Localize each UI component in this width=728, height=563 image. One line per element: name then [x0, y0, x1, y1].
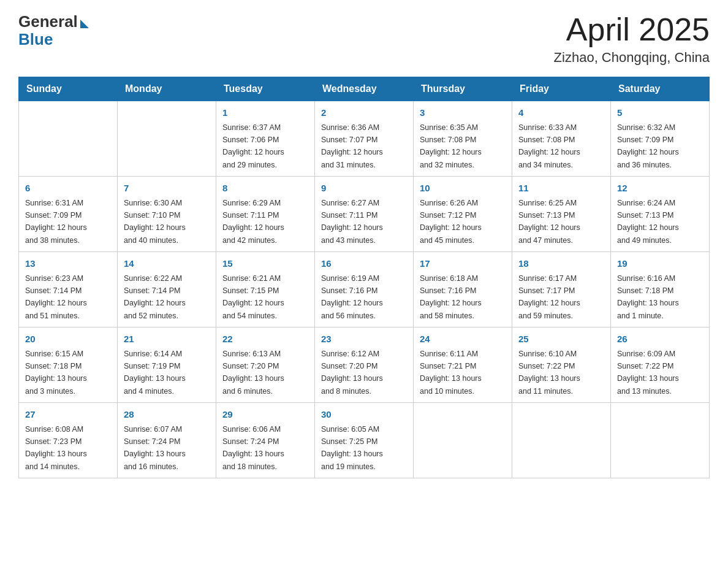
calendar-week-3: 13Sunrise: 6:23 AM Sunset: 7:14 PM Dayli…: [19, 252, 710, 327]
day-info: Sunrise: 6:32 AM Sunset: 7:09 PM Dayligh…: [617, 123, 679, 169]
day-info: Sunrise: 6:37 AM Sunset: 7:06 PM Dayligh…: [222, 123, 284, 169]
page-header: General Blue April 2025 Zizhao, Chongqin…: [18, 12, 710, 66]
column-header-thursday: Thursday: [414, 77, 512, 101]
calendar-cell: 1Sunrise: 6:37 AM Sunset: 7:06 PM Daylig…: [216, 101, 315, 177]
day-number: 15: [222, 257, 308, 271]
calendar-cell: 9Sunrise: 6:27 AM Sunset: 7:11 PM Daylig…: [315, 177, 414, 252]
day-info: Sunrise: 6:06 AM Sunset: 7:24 PM Dayligh…: [222, 425, 284, 471]
day-info: Sunrise: 6:27 AM Sunset: 7:11 PM Dayligh…: [321, 199, 383, 245]
calendar-week-1: 1Sunrise: 6:37 AM Sunset: 7:06 PM Daylig…: [19, 101, 710, 177]
day-info: Sunrise: 6:21 AM Sunset: 7:15 PM Dayligh…: [222, 274, 284, 320]
day-number: 28: [124, 408, 210, 422]
logo: General Blue: [18, 12, 89, 49]
logo-blue-text: Blue: [18, 30, 53, 49]
day-info: Sunrise: 6:05 AM Sunset: 7:25 PM Dayligh…: [321, 425, 383, 471]
calendar-cell: 18Sunrise: 6:17 AM Sunset: 7:17 PM Dayli…: [512, 252, 611, 327]
calendar-cell: 8Sunrise: 6:29 AM Sunset: 7:11 PM Daylig…: [216, 177, 315, 252]
calendar-cell: 28Sunrise: 6:07 AM Sunset: 7:24 PM Dayli…: [118, 403, 216, 478]
column-header-friday: Friday: [512, 77, 611, 101]
logo-arrow-icon: [80, 20, 89, 28]
day-number: 23: [321, 332, 407, 347]
day-info: Sunrise: 6:19 AM Sunset: 7:16 PM Dayligh…: [321, 274, 383, 320]
day-info: Sunrise: 6:10 AM Sunset: 7:22 PM Dayligh…: [518, 350, 580, 396]
day-number: 27: [25, 408, 111, 422]
day-info: Sunrise: 6:11 AM Sunset: 7:21 PM Dayligh…: [420, 350, 482, 396]
day-info: Sunrise: 6:12 AM Sunset: 7:20 PM Dayligh…: [321, 350, 383, 396]
day-info: Sunrise: 6:30 AM Sunset: 7:10 PM Dayligh…: [124, 199, 186, 245]
day-info: Sunrise: 6:16 AM Sunset: 7:18 PM Dayligh…: [617, 274, 679, 320]
calendar-cell: 12Sunrise: 6:24 AM Sunset: 7:13 PM Dayli…: [611, 177, 710, 252]
day-number: 25: [518, 332, 604, 347]
column-header-monday: Monday: [118, 77, 216, 101]
day-number: 6: [25, 182, 111, 196]
day-number: 17: [420, 257, 506, 271]
calendar-cell: [118, 101, 216, 177]
calendar-cell: 5Sunrise: 6:32 AM Sunset: 7:09 PM Daylig…: [611, 101, 710, 177]
calendar-cell: 3Sunrise: 6:35 AM Sunset: 7:08 PM Daylig…: [414, 101, 512, 177]
calendar-cell: 4Sunrise: 6:33 AM Sunset: 7:08 PM Daylig…: [512, 101, 611, 177]
calendar-cell: 16Sunrise: 6:19 AM Sunset: 7:16 PM Dayli…: [315, 252, 414, 327]
day-info: Sunrise: 6:29 AM Sunset: 7:11 PM Dayligh…: [222, 199, 284, 245]
day-info: Sunrise: 6:13 AM Sunset: 7:20 PM Dayligh…: [222, 350, 284, 396]
day-number: 26: [617, 332, 703, 347]
day-number: 4: [518, 106, 604, 120]
day-number: 29: [222, 408, 308, 422]
calendar-cell: 27Sunrise: 6:08 AM Sunset: 7:23 PM Dayli…: [19, 403, 118, 478]
day-info: Sunrise: 6:14 AM Sunset: 7:19 PM Dayligh…: [124, 350, 186, 396]
day-number: 7: [124, 182, 210, 196]
day-number: 8: [222, 182, 308, 196]
day-number: 30: [321, 408, 407, 422]
calendar-cell: 17Sunrise: 6:18 AM Sunset: 7:16 PM Dayli…: [414, 252, 512, 327]
calendar-cell: 25Sunrise: 6:10 AM Sunset: 7:22 PM Dayli…: [512, 327, 611, 403]
day-info: Sunrise: 6:23 AM Sunset: 7:14 PM Dayligh…: [25, 274, 87, 320]
day-info: Sunrise: 6:25 AM Sunset: 7:13 PM Dayligh…: [518, 199, 580, 245]
day-number: 13: [25, 257, 111, 271]
day-info: Sunrise: 6:08 AM Sunset: 7:23 PM Dayligh…: [25, 425, 87, 471]
calendar-cell: 19Sunrise: 6:16 AM Sunset: 7:18 PM Dayli…: [611, 252, 710, 327]
calendar-cell: [611, 403, 710, 478]
day-number: 2: [321, 106, 407, 120]
column-header-tuesday: Tuesday: [216, 77, 315, 101]
calendar-cell: [19, 101, 118, 177]
calendar-cell: 24Sunrise: 6:11 AM Sunset: 7:21 PM Dayli…: [414, 327, 512, 403]
calendar-cell: 14Sunrise: 6:22 AM Sunset: 7:14 PM Dayli…: [118, 252, 216, 327]
calendar-cell: 13Sunrise: 6:23 AM Sunset: 7:14 PM Dayli…: [19, 252, 118, 327]
calendar-cell: [414, 403, 512, 478]
day-info: Sunrise: 6:26 AM Sunset: 7:12 PM Dayligh…: [420, 199, 482, 245]
calendar-header-row: SundayMondayTuesdayWednesdayThursdayFrid…: [19, 77, 710, 101]
day-number: 1: [222, 106, 308, 120]
calendar-cell: [512, 403, 611, 478]
day-info: Sunrise: 6:17 AM Sunset: 7:17 PM Dayligh…: [518, 274, 580, 320]
calendar-week-2: 6Sunrise: 6:31 AM Sunset: 7:09 PM Daylig…: [19, 177, 710, 252]
title-section: April 2025 Zizhao, Chongqing, China: [554, 12, 710, 66]
day-number: 18: [518, 257, 604, 271]
calendar-cell: 22Sunrise: 6:13 AM Sunset: 7:20 PM Dayli…: [216, 327, 315, 403]
day-info: Sunrise: 6:15 AM Sunset: 7:18 PM Dayligh…: [25, 350, 87, 396]
calendar-cell: 29Sunrise: 6:06 AM Sunset: 7:24 PM Dayli…: [216, 403, 315, 478]
day-number: 5: [617, 106, 703, 120]
day-number: 22: [222, 332, 308, 347]
location-title: Zizhao, Chongqing, China: [554, 50, 710, 66]
column-header-wednesday: Wednesday: [315, 77, 414, 101]
logo-general-text: General: [18, 12, 78, 31]
calendar-cell: 2Sunrise: 6:36 AM Sunset: 7:07 PM Daylig…: [315, 101, 414, 177]
calendar-cell: 21Sunrise: 6:14 AM Sunset: 7:19 PM Dayli…: [118, 327, 216, 403]
day-number: 24: [420, 332, 506, 347]
day-info: Sunrise: 6:36 AM Sunset: 7:07 PM Dayligh…: [321, 123, 383, 169]
calendar-week-4: 20Sunrise: 6:15 AM Sunset: 7:18 PM Dayli…: [19, 327, 710, 403]
calendar-table: SundayMondayTuesdayWednesdayThursdayFrid…: [18, 77, 710, 478]
day-number: 21: [124, 332, 210, 347]
calendar-cell: 10Sunrise: 6:26 AM Sunset: 7:12 PM Dayli…: [414, 177, 512, 252]
day-number: 16: [321, 257, 407, 271]
calendar-cell: 26Sunrise: 6:09 AM Sunset: 7:22 PM Dayli…: [611, 327, 710, 403]
day-number: 10: [420, 182, 506, 196]
day-info: Sunrise: 6:09 AM Sunset: 7:22 PM Dayligh…: [617, 350, 679, 396]
day-number: 14: [124, 257, 210, 271]
column-header-saturday: Saturday: [611, 77, 710, 101]
day-info: Sunrise: 6:22 AM Sunset: 7:14 PM Dayligh…: [124, 274, 186, 320]
day-info: Sunrise: 6:31 AM Sunset: 7:09 PM Dayligh…: [25, 199, 87, 245]
day-info: Sunrise: 6:24 AM Sunset: 7:13 PM Dayligh…: [617, 199, 679, 245]
day-number: 9: [321, 182, 407, 196]
calendar-cell: 20Sunrise: 6:15 AM Sunset: 7:18 PM Dayli…: [19, 327, 118, 403]
calendar-cell: 30Sunrise: 6:05 AM Sunset: 7:25 PM Dayli…: [315, 403, 414, 478]
